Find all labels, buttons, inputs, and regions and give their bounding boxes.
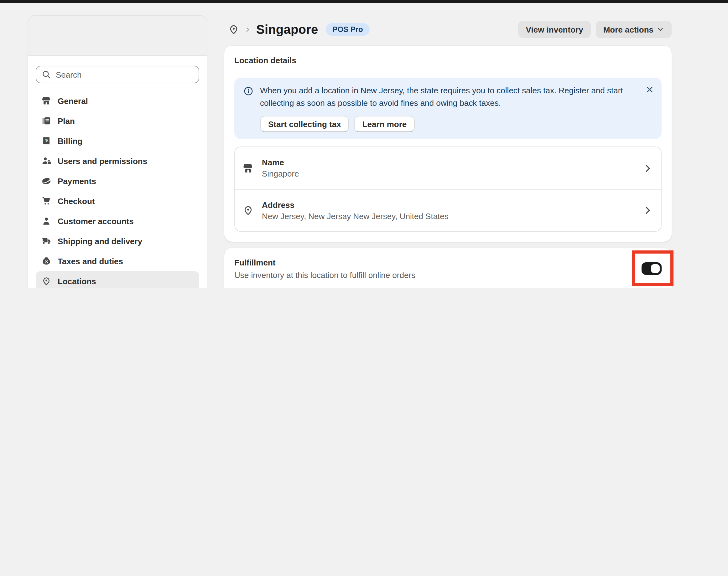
sidebar-item-users-and-permissions[interactable]: Users and permissions [36,151,199,171]
location-details-card: Location details When you add a location… [224,46,672,242]
search-icon [42,69,51,80]
sidebar-item-customer-accounts[interactable]: Customer accounts [36,211,199,231]
field-label: Address [262,200,449,210]
sidebar-item-label: General [58,96,88,106]
shopify-settings-page: General Plan $ Billing Users and permiss… [0,0,728,288]
sidebar-item-payments[interactable]: Payments [36,171,199,191]
sidebar-item-label: Billing [58,136,82,146]
location-fields: Name Singapore Address New Jersey, New J… [234,147,662,232]
sidebar-item-locations[interactable]: Locations [36,271,199,288]
banner-close-button[interactable] [645,85,655,94]
chevron-right-icon [642,163,653,174]
taxes-icon [42,256,51,266]
more-actions-label: More actions [603,25,653,34]
field-label: Name [262,158,299,168]
view-inventory-button[interactable]: View inventory [518,21,591,38]
header-actions: View inventory More actions [224,21,672,38]
sidebar-item-label: Customer accounts [58,216,134,226]
users-icon [42,156,51,166]
truck-icon [42,236,51,246]
settings-sidebar: General Plan $ Billing Users and permiss… [28,15,207,288]
field-row-address[interactable]: Address New Jersey, New Jersay New Jerse… [235,190,661,231]
top-bar [0,0,728,3]
plan-icon [42,116,51,126]
sidebar-item-label: Taxes and duties [58,256,123,266]
view-inventory-label: View inventory [526,25,583,34]
fulfillment-title: Fulfillment [234,258,662,267]
location-details-title: Location details [234,56,662,65]
sidebar-item-general[interactable]: General [36,91,199,111]
sidebar-item-plan[interactable]: Plan [36,111,199,131]
sidebar-item-label: Users and permissions [58,156,147,166]
learn-more-button[interactable]: Learn more [354,116,415,133]
sidebar-item-checkout[interactable]: Checkout [36,191,199,211]
start-collecting-tax-button[interactable]: Start collecting tax [260,116,349,133]
banner-content: When you add a location in New Jersey, t… [243,85,653,110]
field-row-name[interactable]: Name Singapore [235,147,661,190]
sidebar-item-label: Payments [58,176,96,185]
fulfillment-subtitle: Use inventory at this location to fulfil… [234,270,662,280]
sidebar-header [28,16,207,56]
chevron-right-icon [642,205,653,216]
banner-buttons: Start collecting tax Learn more [260,116,653,133]
store-icon [242,163,254,174]
svg-text:$: $ [46,138,48,142]
location-pin-icon [242,205,254,216]
toggle-knob [651,264,660,273]
store-icon [42,96,51,106]
field-value: New Jersey, New Jersay New Jersey, Unite… [262,212,449,221]
search-field-wrap [36,66,199,83]
sales-tax-banner: When you add a location in New Jersey, t… [234,78,662,139]
field-value: Singapore [262,169,299,179]
sidebar-item-shipping-and-delivery[interactable]: Shipping and delivery [36,231,199,251]
banner-text: When you add a location in New Jersey, t… [260,85,635,110]
settings-nav: General Plan $ Billing Users and permiss… [28,83,207,288]
person-icon [42,216,51,226]
fulfillment-card: Fulfillment Use inventory at this locati… [224,248,672,288]
cart-icon [42,196,51,206]
sidebar-item-label: Plan [58,116,75,125]
more-actions-button[interactable]: More actions [596,21,672,38]
fulfillment-toggle[interactable] [642,262,662,275]
location-pin-icon [42,276,51,286]
search-input[interactable] [36,66,199,83]
billing-icon: $ [42,136,51,146]
sidebar-item-label: Checkout [58,196,95,206]
sidebar-item-label: Shipping and delivery [58,236,142,246]
payments-icon [42,176,51,186]
sidebar-item-billing[interactable]: $ Billing [36,131,199,151]
close-icon [645,85,655,94]
sidebar-item-label: Locations [58,277,96,286]
chevron-down-icon [656,26,664,33]
info-icon [243,86,254,96]
sidebar-item-taxes-and-duties[interactable]: Taxes and duties [36,251,199,271]
